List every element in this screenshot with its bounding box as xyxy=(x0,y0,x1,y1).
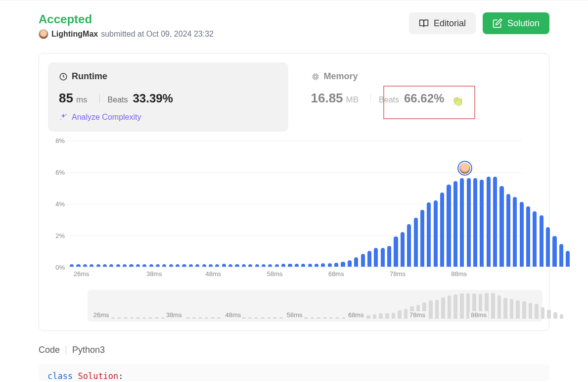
distribution-bar[interactable] xyxy=(394,237,398,267)
distribution-bar[interactable] xyxy=(361,254,365,267)
y-tick-label: 6% xyxy=(50,169,65,176)
distribution-bar[interactable] xyxy=(83,264,87,267)
distribution-bar[interactable] xyxy=(288,264,292,267)
distribution-bar[interactable] xyxy=(116,264,120,267)
distribution-bar[interactable] xyxy=(387,246,391,267)
distribution-bar[interactable] xyxy=(526,206,530,267)
distribution-bar[interactable] xyxy=(559,244,563,267)
distribution-bar[interactable] xyxy=(447,185,451,267)
distribution-bar[interactable] xyxy=(242,264,246,267)
distribution-bar[interactable] xyxy=(334,263,338,267)
overview-bar xyxy=(522,301,526,319)
distribution-bar[interactable] xyxy=(420,210,424,267)
distribution-bar[interactable] xyxy=(255,264,259,267)
distribution-bar[interactable] xyxy=(434,200,438,267)
distribution-bar[interactable] xyxy=(467,178,471,267)
distribution-bar[interactable] xyxy=(381,248,385,267)
distribution-bar[interactable] xyxy=(552,236,556,267)
overview-bar xyxy=(453,294,457,319)
distribution-bar[interactable] xyxy=(70,264,74,267)
distribution-bar[interactable] xyxy=(374,248,378,267)
distribution-bar[interactable] xyxy=(202,264,206,267)
distribution-bar[interactable] xyxy=(176,264,180,267)
distribution-bar[interactable] xyxy=(308,264,312,267)
distribution-bar[interactable] xyxy=(354,257,358,267)
distribution-bar[interactable] xyxy=(149,264,153,267)
distribution-bar[interactable] xyxy=(281,264,285,267)
distribution-bar[interactable] xyxy=(268,264,272,267)
memory-card[interactable]: Memory 16.85 MB Beats 66.62% 👏 xyxy=(300,62,541,132)
distribution-bar[interactable] xyxy=(506,194,510,267)
analyze-complexity-link[interactable]: Analyze Complexity xyxy=(59,113,277,122)
distribution-bar[interactable] xyxy=(96,264,100,267)
distribution-bar[interactable] xyxy=(520,202,524,267)
distribution-bar[interactable] xyxy=(215,264,219,267)
distribution-bar[interactable] xyxy=(123,264,127,267)
distribution-bar[interactable] xyxy=(546,227,550,267)
distribution-bar[interactable] xyxy=(414,218,418,267)
distribution-bar[interactable] xyxy=(407,224,411,267)
distribution-bar[interactable] xyxy=(533,211,537,267)
editorial-button[interactable]: Editorial xyxy=(409,12,476,34)
distribution-bar[interactable] xyxy=(341,262,345,267)
code-snippet[interactable]: class Solution: xyxy=(39,364,549,381)
distribution-bar[interactable] xyxy=(513,197,517,267)
distribution-bar[interactable] xyxy=(566,251,570,267)
distribution-bar[interactable] xyxy=(136,264,140,267)
distribution-bar[interactable] xyxy=(315,264,318,267)
distribution-bar[interactable] xyxy=(460,178,464,267)
distribution-bar[interactable] xyxy=(142,264,146,267)
distribution-bar[interactable] xyxy=(295,264,299,267)
distribution-bar[interactable] xyxy=(103,264,107,267)
chart-overview[interactable]: 26ms38ms48ms58ms68ms78ms88ms xyxy=(88,290,543,322)
overview-bar xyxy=(155,317,159,319)
distribution-bar[interactable] xyxy=(182,264,186,267)
overview-bar xyxy=(491,293,495,319)
distribution-bar[interactable] xyxy=(169,264,173,267)
distribution-bar[interactable] xyxy=(321,263,325,267)
distribution-bar[interactable] xyxy=(76,264,80,267)
distribution-bar[interactable] xyxy=(367,251,371,267)
distribution-bar[interactable] xyxy=(348,260,352,267)
distribution-bar[interactable] xyxy=(129,264,133,267)
distribution-bar[interactable] xyxy=(540,215,543,267)
distribution-bar[interactable] xyxy=(109,264,113,267)
user-avatar[interactable] xyxy=(39,29,48,39)
runtime-beats-pct: 33.39% xyxy=(133,92,173,105)
distribution-bar[interactable] xyxy=(453,181,457,267)
distribution-bar[interactable] xyxy=(195,264,199,267)
user-position-marker[interactable] xyxy=(457,161,472,176)
distribution-bar[interactable] xyxy=(499,186,503,267)
username[interactable]: LightingMax xyxy=(51,30,98,39)
distribution-bar[interactable] xyxy=(473,178,477,267)
runtime-distribution-chart[interactable]: 0%2%4%6%8% 26ms38ms48ms58ms68ms78ms88ms … xyxy=(48,141,540,322)
distribution-bar[interactable] xyxy=(222,264,226,267)
distribution-bar[interactable] xyxy=(275,264,279,267)
distribution-bar[interactable] xyxy=(156,264,160,267)
distribution-bar[interactable] xyxy=(401,232,405,267)
overview-bar xyxy=(516,300,520,319)
beats-label: Beats xyxy=(379,96,399,104)
distribution-bar[interactable] xyxy=(301,264,305,267)
distribution-bar[interactable] xyxy=(493,177,497,267)
distribution-bar[interactable] xyxy=(235,264,239,267)
distribution-bar[interactable] xyxy=(228,264,232,267)
overview-bar xyxy=(503,298,507,319)
distribution-bar[interactable] xyxy=(189,264,193,267)
distribution-bar[interactable] xyxy=(248,264,252,267)
distribution-bar[interactable] xyxy=(427,202,431,267)
solution-button[interactable]: Solution xyxy=(483,12,549,34)
overview-bar xyxy=(342,317,346,319)
distribution-bar[interactable] xyxy=(487,177,491,267)
token-punct: : xyxy=(118,371,123,381)
x-tick-label: 78ms xyxy=(390,270,406,278)
distribution-bar[interactable] xyxy=(440,192,444,267)
distribution-bar[interactable] xyxy=(209,264,213,267)
distribution-bar[interactable] xyxy=(262,264,266,267)
distribution-bar[interactable] xyxy=(480,180,484,267)
distribution-bar[interactable] xyxy=(90,264,93,267)
runtime-card[interactable]: Runtime 85 ms Beats 33.39% Analyze Compl… xyxy=(48,62,288,132)
distribution-bar[interactable] xyxy=(328,263,332,267)
distribution-bar[interactable] xyxy=(162,264,166,267)
svg-point-1 xyxy=(65,114,66,115)
